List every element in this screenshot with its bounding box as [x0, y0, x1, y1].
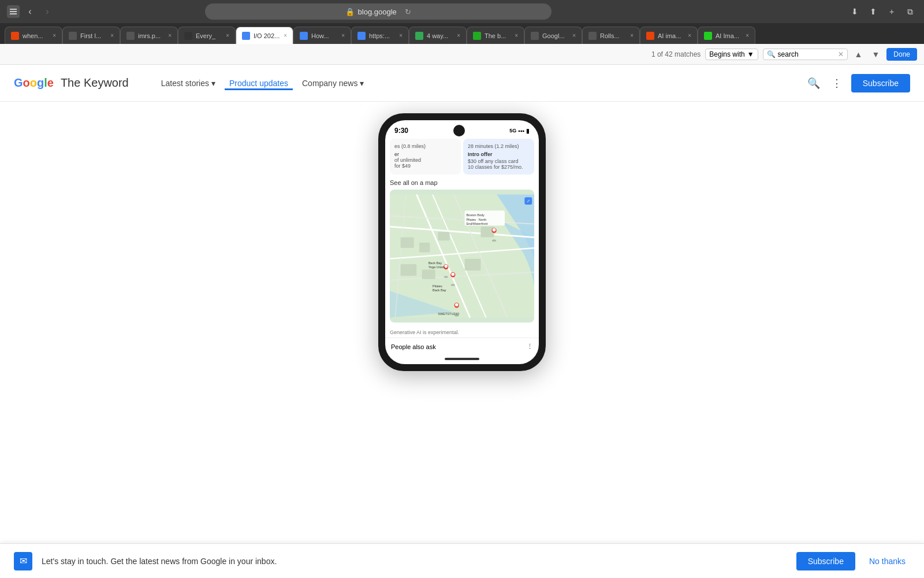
- tab-close-icon[interactable]: ×: [226, 32, 229, 39]
- tab-close-icon[interactable]: ×: [688, 32, 691, 39]
- search-icon: 🔍: [767, 50, 776, 58]
- find-search-input[interactable]: [778, 50, 836, 58]
- svg-text:Boston Body: Boston Body: [466, 213, 485, 217]
- tab-close-icon[interactable]: ×: [53, 32, 56, 39]
- banner-no-thanks-btn[interactable]: No thanks: [865, 552, 910, 570]
- battery-icon: ▮: [526, 128, 530, 134]
- nav-link-company-news[interactable]: Company news▾: [297, 76, 369, 90]
- tab-close-icon[interactable]: ×: [284, 32, 287, 39]
- header-subscribe-btn[interactable]: Subscribe: [851, 74, 910, 92]
- address-bar[interactable]: 🔒 blog.google ↻: [205, 3, 552, 20]
- tab-favicon: [11, 32, 19, 40]
- main-content: 9:30 5G ▪▪▪ ▮ es (0.8 miles) er of unlim…: [0, 102, 924, 543]
- card-distance-2: 28 minutes (1.2 miles): [468, 143, 530, 149]
- phone-status-icons: 5G ▪▪▪ ▮: [509, 128, 530, 134]
- google-logo: Google: [14, 76, 54, 90]
- tab-tab13[interactable]: AI Ima...×: [698, 27, 755, 44]
- browser-controls: ‹ ›: [7, 5, 54, 18]
- tab-tab2[interactable]: First l...×: [62, 27, 120, 44]
- people-ask-bar: People also ask ⋮: [385, 338, 539, 355]
- tab-close-icon[interactable]: ×: [457, 32, 460, 39]
- tab-tab6[interactable]: How...×: [293, 27, 351, 44]
- tab-tab1[interactable]: when...×: [5, 27, 62, 44]
- new-tab-btn[interactable]: +: [885, 5, 899, 18]
- map-title: See all on a map: [390, 179, 534, 186]
- tab-favicon: [415, 32, 423, 40]
- tab-close-icon[interactable]: ×: [168, 32, 172, 39]
- result-cards: es (0.8 miles) er of unlimited for $49 2…: [385, 139, 539, 179]
- svg-point-30: [451, 273, 454, 276]
- svg-rect-18: [480, 227, 494, 238]
- browser-chrome: ‹ › 🔒 blog.google ↻ ⬇ ⬆ + ⧉: [0, 0, 924, 23]
- back-btn[interactable]: ‹: [23, 5, 37, 18]
- tab-favicon: [704, 32, 712, 40]
- tab-tab8[interactable]: 4 way...×: [409, 27, 467, 44]
- svg-text:⤢: ⤢: [527, 198, 530, 203]
- tab-favicon: [69, 32, 77, 40]
- tab-close-icon[interactable]: ×: [746, 32, 749, 39]
- svg-text:Back Bay: Back Bay: [433, 288, 446, 292]
- offer-line1: $30 off any class card: [468, 158, 530, 164]
- svg-text:Back Bay: Back Bay: [429, 261, 442, 265]
- forward-btn[interactable]: ›: [40, 5, 54, 18]
- tab-tab3[interactable]: imrs.p...×: [120, 27, 178, 44]
- url-text: blog.google: [358, 8, 397, 16]
- tab-close-icon[interactable]: ×: [572, 32, 576, 39]
- svg-text:SWETSTUDIO: SWETSTUDIO: [438, 312, 460, 316]
- nav-arrow-icon: ▾: [211, 79, 215, 88]
- more-options-btn[interactable]: ⋮: [829, 75, 844, 92]
- tab-label: https:...: [369, 32, 390, 39]
- tab-label: Googl...: [542, 32, 565, 39]
- share-btn[interactable]: ⬆: [866, 5, 880, 18]
- tabs-overview-btn[interactable]: ⧉: [903, 5, 917, 18]
- tab-tab10[interactable]: Googl...×: [524, 27, 582, 44]
- download-btn[interactable]: ⬇: [848, 5, 862, 18]
- nav-link-latest-stories[interactable]: Latest stories▾: [157, 76, 220, 90]
- tab-tab9[interactable]: The b...×: [467, 27, 524, 44]
- find-mode-dropdown[interactable]: Begins with ▼: [705, 49, 758, 60]
- refresh-icon[interactable]: ↻: [405, 8, 411, 16]
- tab-tab11[interactable]: Rolls...×: [582, 27, 640, 44]
- find-prev-btn[interactable]: ▲: [852, 49, 865, 60]
- tab-label: The b...: [485, 32, 506, 39]
- tab-label: imrs.p...: [138, 32, 161, 39]
- nav-link-product-updates[interactable]: Product updates: [225, 76, 293, 90]
- search-btn[interactable]: 🔍: [805, 75, 822, 92]
- svg-point-36: [455, 303, 459, 306]
- tab-favicon: [184, 32, 192, 40]
- find-next-btn[interactable]: ▼: [869, 49, 882, 60]
- svg-rect-14: [438, 232, 449, 240]
- tab-close-icon[interactable]: ×: [399, 32, 403, 39]
- site-title: The Keyword: [61, 76, 129, 90]
- tab-favicon: [126, 32, 135, 40]
- svg-point-21: [492, 239, 496, 242]
- phone-screen: 9:30 5G ▪▪▪ ▮ es (0.8 miles) er of unlim…: [385, 120, 539, 364]
- find-match-info: 1 of 42 matches: [651, 50, 701, 58]
- tab-label: when...: [23, 32, 43, 39]
- tab-favicon: [646, 32, 654, 40]
- more-options-icon[interactable]: ⋮: [527, 343, 533, 350]
- tab-tab7[interactable]: https:...×: [351, 27, 409, 44]
- svg-text:Pilates · North: Pilates · North: [466, 218, 486, 221]
- find-clear-icon[interactable]: ✕: [838, 50, 844, 58]
- svg-rect-2: [10, 13, 17, 14]
- tab-favicon: [300, 32, 308, 40]
- dropdown-arrow-icon: ▼: [747, 50, 754, 58]
- card-distance-1: es (0.8 miles): [394, 143, 456, 149]
- tab-tab4[interactable]: Every_×: [178, 27, 236, 44]
- tab-close-icon[interactable]: ×: [630, 32, 634, 39]
- find-done-btn[interactable]: Done: [886, 48, 917, 61]
- tab-tab5[interactable]: I/O 202...×: [236, 27, 293, 44]
- tab-close-icon[interactable]: ×: [110, 32, 114, 39]
- tab-label: I/O 202...: [254, 32, 280, 39]
- sidebar-toggle-btn[interactable]: [7, 5, 20, 18]
- find-input-wrap: 🔍 ✕: [763, 49, 848, 60]
- phone-camera: [453, 125, 465, 136]
- tab-tab12[interactable]: AI ima...×: [640, 27, 698, 44]
- tab-close-icon[interactable]: ×: [341, 32, 345, 39]
- banner-email-icon: ✉: [14, 552, 32, 570]
- tab-close-icon[interactable]: ×: [515, 32, 518, 39]
- banner-subscribe-btn[interactable]: Subscribe: [796, 552, 855, 570]
- map-svg: ⤢ Boston Body Pilates · North End/Waterf…: [390, 190, 534, 323]
- keyword-header: Google The Keyword Latest stories▾Produc…: [0, 65, 924, 102]
